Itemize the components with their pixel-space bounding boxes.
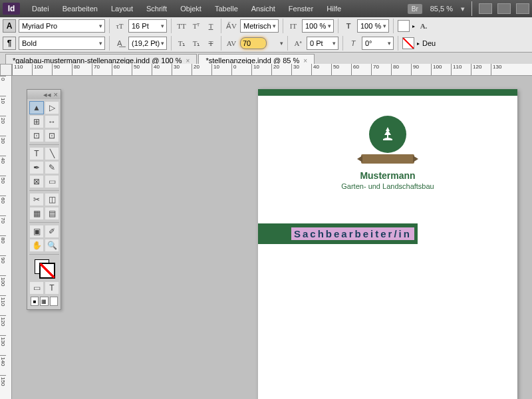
formatting-text-icon[interactable]: T bbox=[45, 281, 59, 295]
gradient-feather-tool[interactable]: ▤ bbox=[45, 207, 59, 220]
canvas[interactable]: Mustermann Garten- und Landschaftsbau Sa… bbox=[12, 76, 532, 399]
font-size-icon: τT bbox=[114, 20, 126, 32]
tracking-icon: AV bbox=[225, 37, 237, 49]
vscale-icon: IT bbox=[287, 20, 299, 32]
pen-tool[interactable]: ✒ bbox=[29, 161, 44, 174]
subscript-icon[interactable]: T₁ bbox=[190, 37, 202, 49]
ruler-horizontal[interactable]: 1101009080706050403020100102030405060708… bbox=[12, 64, 532, 76]
smallcaps-icon[interactable]: Tᵀ bbox=[190, 20, 202, 32]
hscale-icon: T bbox=[342, 20, 354, 32]
workspace: 1101009080706050403020100102030405060708… bbox=[0, 64, 532, 399]
menu-datei[interactable]: Datei bbox=[25, 2, 56, 15]
page-tool[interactable]: ⊞ bbox=[29, 115, 44, 128]
view-mode-icon[interactable] bbox=[479, 3, 492, 14]
stroke-swatch[interactable] bbox=[402, 37, 414, 49]
close-icon[interactable]: × bbox=[186, 57, 190, 65]
menu-schrift[interactable]: Schrift bbox=[140, 2, 174, 15]
job-title-bar[interactable]: Sachbearbeiter/in bbox=[258, 223, 418, 244]
pencil-tool[interactable]: ✎ bbox=[45, 161, 59, 174]
close-icon[interactable]: × bbox=[54, 90, 58, 98]
underline-icon[interactable]: T bbox=[205, 20, 217, 32]
line-tool[interactable]: ╲ bbox=[45, 147, 59, 160]
tools-panel[interactable]: ◂◂× ▲ ▷ ⊞ ↔ ⊡ ⊡ T ╲ ✒ ✎ ⊠ ▭ ✂ ◫ ▦ ▤ bbox=[27, 89, 61, 310]
tracking-input[interactable]: 70 bbox=[240, 37, 267, 49]
gradient-swatch-tool[interactable]: ▦ bbox=[29, 207, 44, 220]
font-family-dropdown[interactable]: Myriad Pro bbox=[19, 19, 105, 33]
document-page[interactable]: Mustermann Garten- und Landschaftsbau Sa… bbox=[258, 89, 517, 399]
hscale-dropdown[interactable]: 100 % bbox=[357, 19, 389, 33]
strikethrough-icon[interactable]: T bbox=[205, 37, 217, 49]
zoom-tool[interactable]: 🔍 bbox=[45, 239, 59, 252]
free-transform-tool[interactable]: ◫ bbox=[45, 193, 59, 206]
note-tool[interactable]: ▣ bbox=[29, 225, 44, 238]
ruler-corner[interactable] bbox=[0, 64, 12, 76]
menu-fenster[interactable]: Fenster bbox=[282, 2, 320, 15]
menu-objekt[interactable]: Objekt bbox=[174, 2, 208, 15]
font-size-dropdown[interactable]: 16 Pt bbox=[128, 19, 167, 33]
fill-stroke-swatches[interactable] bbox=[29, 257, 59, 281]
apply-none-icon[interactable] bbox=[50, 297, 58, 306]
logo-area: Mustermann Garten- und Landschaftsbau bbox=[258, 116, 517, 190]
superscript-icon[interactable]: T₁ bbox=[176, 37, 188, 49]
char-mode-icon[interactable]: A bbox=[3, 19, 16, 33]
apply-color-icon[interactable]: ■ bbox=[31, 297, 39, 306]
selection-tool[interactable]: ▲ bbox=[29, 101, 44, 114]
menu-tabelle[interactable]: Tabelle bbox=[208, 2, 245, 15]
kerning-icon: A̋V bbox=[225, 20, 237, 32]
page-header-bar bbox=[258, 89, 517, 96]
zoom-level[interactable]: 85,5 % bbox=[428, 5, 456, 13]
baseline-dropdown[interactable]: 0 Pt bbox=[307, 37, 338, 50]
content-collector-tool[interactable]: ⊡ bbox=[29, 129, 44, 142]
company-subtitle: Garten- und Landschaftsbau bbox=[258, 182, 517, 190]
tree-logo-icon bbox=[369, 116, 406, 153]
collapse-icon[interactable]: ◂◂ bbox=[43, 90, 51, 99]
bridge-button[interactable]: Br bbox=[408, 4, 422, 14]
language-label[interactable]: Deu bbox=[422, 39, 436, 47]
stroke-arrow-icon[interactable]: ▸ bbox=[417, 41, 420, 47]
menubar: Id Datei Bearbeiten Layout Schrift Objek… bbox=[0, 0, 532, 17]
allcaps-icon[interactable]: TT bbox=[176, 20, 188, 32]
arrange-icon[interactable] bbox=[516, 3, 529, 14]
eyedropper-tool[interactable]: ✐ bbox=[45, 225, 59, 238]
scissors-tool[interactable]: ✂ bbox=[29, 193, 44, 206]
rectangle-frame-tool[interactable]: ⊠ bbox=[29, 175, 44, 188]
apply-gradient-icon[interactable]: ▦ bbox=[40, 297, 48, 306]
formatting-container-icon[interactable]: ▭ bbox=[29, 281, 44, 295]
tracking-chevron-icon[interactable]: ▾ bbox=[280, 40, 283, 47]
panel-header[interactable]: ◂◂× bbox=[27, 90, 61, 99]
menu-bearbeiten[interactable]: Bearbeiten bbox=[56, 2, 104, 15]
para-mode-icon[interactable]: ¶ bbox=[3, 37, 16, 50]
fill-swatch[interactable] bbox=[398, 20, 410, 32]
baseline-icon: Aª bbox=[292, 37, 304, 49]
logo-banner-icon bbox=[361, 154, 414, 164]
chevron-down-icon[interactable]: ▾ bbox=[461, 5, 465, 13]
direct-selection-tool[interactable]: ▷ bbox=[45, 101, 59, 114]
fill-arrow-icon[interactable]: ▸ bbox=[412, 23, 415, 29]
menu-layout[interactable]: Layout bbox=[104, 2, 140, 15]
control-panel: A Myriad Pro τT 16 Pt TT Tᵀ T A̋V Metris… bbox=[0, 17, 532, 53]
hand-tool[interactable]: ✋ bbox=[29, 239, 44, 252]
screen-mode-icon[interactable] bbox=[497, 3, 511, 14]
kerning-dropdown[interactable]: Metrisch bbox=[240, 19, 279, 33]
company-name: Mustermann bbox=[258, 170, 517, 181]
content-placer-tool[interactable]: ⊡ bbox=[45, 129, 59, 142]
type-tool[interactable]: T bbox=[29, 147, 44, 160]
charstyle-icon[interactable]: A. bbox=[418, 20, 430, 32]
menu-hilfe[interactable]: Hilfe bbox=[320, 2, 348, 15]
menu-ansicht[interactable]: Ansicht bbox=[245, 2, 282, 15]
close-icon[interactable]: × bbox=[303, 57, 307, 65]
skew-dropdown[interactable]: 0° bbox=[362, 37, 394, 50]
ruler-vertical[interactable]: 0102030405060708090100110120130140150 bbox=[0, 76, 12, 399]
gap-tool[interactable]: ↔ bbox=[45, 115, 59, 128]
stroke-color-icon[interactable] bbox=[40, 263, 55, 278]
app-logo-icon: Id bbox=[3, 3, 20, 15]
vscale-dropdown[interactable]: 100 % bbox=[302, 19, 334, 33]
leading-dropdown[interactable]: (19,2 Pt) bbox=[128, 37, 167, 50]
rectangle-tool[interactable]: ▭ bbox=[45, 175, 59, 188]
skew-icon: T bbox=[347, 37, 359, 49]
leading-icon: A͟ bbox=[114, 37, 126, 49]
job-title-text[interactable]: Sachbearbeiter/in bbox=[291, 227, 414, 240]
font-weight-dropdown[interactable]: Bold bbox=[19, 37, 105, 50]
